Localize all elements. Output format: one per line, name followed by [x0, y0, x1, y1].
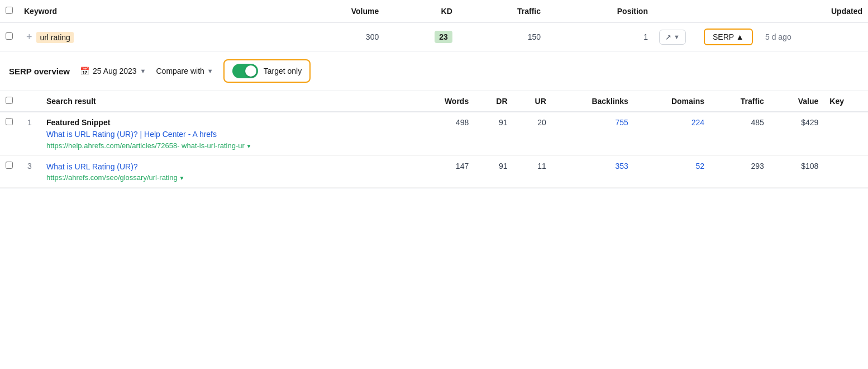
- serp-row-traffic: 485: [710, 112, 770, 155]
- serp-result-url: https://help.ahrefs.com/en/articles/7265…: [46, 141, 408, 150]
- serp-col-pos-header: [18, 91, 41, 112]
- col-volume: Volume: [285, 0, 384, 23]
- date-chevron-icon: ▼: [140, 68, 146, 74]
- serp-row-checkbox-cell: [0, 155, 18, 188]
- col-serp: [698, 0, 760, 23]
- keyword-traffic: 150: [458, 23, 546, 51]
- keyword-text: url rating: [36, 32, 73, 43]
- serp-overview-cell: SERP overview 📅 25 Aug 2023 ▼ Compare wi…: [0, 51, 868, 188]
- serp-row-key: [824, 112, 868, 155]
- serp-result-title-link[interactable]: What is URL Rating (UR)?: [46, 162, 408, 173]
- serp-table-row: 1Featured SnippetWhat is URL Rating (UR)…: [0, 112, 868, 155]
- col-position: Position: [546, 0, 654, 23]
- col-spacer: [174, 0, 285, 23]
- keyword-row: + url rating 300 23 150 1 ↗ ▼ SERP ▲ 5 d…: [0, 23, 868, 51]
- col-keyword: Keyword: [18, 0, 174, 23]
- serp-row-position: 1: [18, 112, 41, 155]
- serp-row-dr: 91: [474, 155, 513, 188]
- serp-row-dr: 91: [474, 112, 513, 155]
- serp-row-backlinks: 353: [552, 155, 634, 188]
- target-only-toggle[interactable]: [232, 64, 258, 78]
- keyword-spacer: [174, 23, 285, 51]
- serp-col-checkbox: [0, 91, 18, 112]
- chart-button[interactable]: ↗ ▼: [659, 30, 686, 45]
- serp-table-header-row: Search result Words DR UR Backlinks Doma…: [0, 91, 868, 112]
- serp-row-traffic: 293: [710, 155, 770, 188]
- serp-row-value: $108: [770, 155, 824, 188]
- date-text: 25 Aug 2023: [93, 67, 137, 75]
- serp-select-all[interactable]: [6, 97, 13, 104]
- serp-row-words: 147: [413, 155, 474, 188]
- kd-badge: 23: [435, 31, 452, 43]
- serp-col-domains: Domains: [634, 91, 710, 112]
- serp-col-key: Key: [824, 91, 868, 112]
- serp-col-dr: DR: [474, 91, 513, 112]
- serp-col-search-result: Search result: [41, 91, 413, 112]
- serp-button[interactable]: SERP ▲: [704, 29, 753, 45]
- serp-row-words: 498: [413, 112, 474, 155]
- serp-col-value: Value: [770, 91, 824, 112]
- serp-row-value: $429: [770, 112, 824, 155]
- add-keyword-cell: + url rating: [18, 23, 174, 51]
- serp-row-ur: 20: [513, 112, 552, 155]
- keyword-kd: 23: [384, 23, 458, 51]
- serp-row-domains: 52: [634, 155, 710, 188]
- serp-col-traffic: Traffic: [710, 91, 770, 112]
- compare-label: Compare with: [156, 67, 204, 75]
- calendar-icon: 📅: [80, 67, 89, 75]
- serp-result-type: Featured Snippet: [46, 118, 408, 127]
- url-chevron-icon: ▼: [178, 175, 185, 181]
- serp-row-backlinks: 755: [552, 112, 634, 155]
- row-checkbox-cell: [0, 23, 18, 51]
- serp-result-title-link[interactable]: What is URL Rating (UR)? | Help Center -…: [46, 129, 408, 140]
- header-checkbox-col: [0, 0, 18, 23]
- trend-icon: ↗: [665, 33, 671, 41]
- serp-row-ur: 11: [513, 155, 552, 188]
- select-all-checkbox[interactable]: [6, 7, 13, 14]
- serp-row-checkbox[interactable]: [6, 118, 13, 125]
- serp-row-result: Featured SnippetWhat is URL Rating (UR)?…: [41, 112, 413, 155]
- serp-results-table: Search result Words DR UR Backlinks Doma…: [0, 91, 868, 188]
- compare-with-button[interactable]: Compare with ▼: [156, 67, 213, 75]
- serp-col-backlinks: Backlinks: [552, 91, 634, 112]
- compare-chevron-icon: ▼: [207, 68, 213, 74]
- serp-row-checkbox-cell: [0, 112, 18, 155]
- serp-row-position: 3: [18, 155, 41, 188]
- col-chart: [654, 0, 698, 23]
- target-only-toggle-container[interactable]: Target only: [223, 59, 311, 83]
- date-picker-button[interactable]: 📅 25 Aug 2023 ▼: [80, 67, 146, 75]
- serp-overview-row: SERP overview 📅 25 Aug 2023 ▼ Compare wi…: [0, 51, 868, 188]
- url-chevron-icon: ▼: [245, 143, 252, 149]
- keyword-volume: 300: [285, 23, 384, 51]
- col-kd: KD: [384, 0, 458, 23]
- serp-overview-title: SERP overview: [9, 67, 70, 76]
- serp-col-ur: UR: [513, 91, 552, 112]
- keyword-position: 1: [546, 23, 654, 51]
- serp-row-key: [824, 155, 868, 188]
- keyword-updated: 5 d ago: [760, 23, 868, 51]
- chart-chevron: ▼: [674, 34, 680, 40]
- serp-overview-bar: SERP overview 📅 25 Aug 2023 ▼ Compare wi…: [0, 51, 868, 91]
- col-traffic: Traffic: [458, 0, 546, 23]
- add-keyword-button[interactable]: +: [24, 31, 35, 42]
- target-only-label: Target only: [264, 67, 302, 75]
- serp-row-checkbox[interactable]: [6, 162, 13, 169]
- serp-row-result: What is URL Rating (UR)?https://ahrefs.c…: [41, 155, 413, 188]
- toggle-knob: [245, 65, 256, 77]
- col-updated: Updated: [760, 0, 868, 23]
- row-checkbox[interactable]: [6, 32, 13, 40]
- serp-result-url: https://ahrefs.com/seo/glossary/url-rati…: [46, 173, 408, 182]
- keyword-chart-cell: ↗ ▼: [654, 23, 698, 51]
- serp-col-words: Words: [413, 91, 474, 112]
- keyword-serp-cell: SERP ▲: [698, 23, 760, 51]
- serp-table-row: 3What is URL Rating (UR)?https://ahrefs.…: [0, 155, 868, 188]
- serp-row-domains: 224: [634, 112, 710, 155]
